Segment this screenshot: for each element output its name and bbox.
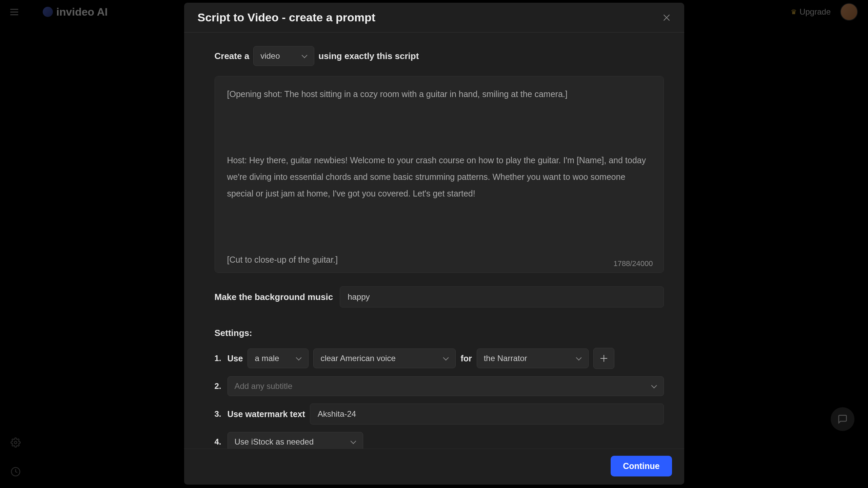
setting-number-4: 4. [215,437,223,447]
script-textarea-wrapper: 1788/24000 [215,76,664,274]
chevron-down-icon [651,383,657,389]
using-exactly-label: using exactly this script [318,51,419,61]
chevron-down-icon [302,53,307,59]
subtitle-placeholder: Add any subtitle [235,381,293,391]
istock-value: Use iStock as needed [235,437,314,447]
chevron-down-icon [351,439,356,445]
modal-header: Script to Video - create a prompt [184,3,684,33]
script-to-video-modal: Script to Video - create a prompt Create… [184,3,684,485]
narrator-select[interactable]: the Narrator [477,349,589,368]
subtitle-select[interactable]: Add any subtitle [228,376,664,396]
modal-footer: Continue [184,449,684,485]
char-count: 1788/24000 [613,259,653,268]
voice-accent-value: clear American voice [320,354,395,363]
setting-row-4: 4. Use iStock as needed [215,432,664,449]
narrator-value: the Narrator [484,354,527,363]
chevron-down-icon [296,356,301,361]
setting-row-3: 3. Use watermark text [215,403,664,425]
chevron-down-icon [443,356,449,361]
modal-body: Create a video using exactly this script… [184,33,684,449]
video-type-value: video [260,51,280,61]
voice-gender-select[interactable]: a male [248,349,309,368]
setting-row-1: 1. Use a male clear American voice for t… [215,348,664,369]
voice-gender-value: a male [255,354,279,363]
modal-overlay: Script to Video - create a prompt Create… [0,0,868,488]
add-voice-button[interactable] [593,348,614,369]
voice-accent-select[interactable]: clear American voice [313,349,456,368]
watermark-input[interactable] [310,403,664,425]
music-row: Make the background music [215,286,664,307]
script-textarea[interactable] [215,76,664,273]
istock-select[interactable]: Use iStock as needed [228,432,363,449]
setting-number-2: 2. [215,381,223,391]
modal-title: Script to Video - create a prompt [198,11,376,24]
music-input[interactable] [340,286,664,307]
for-label: for [460,354,472,363]
setting-number-1: 1. [215,354,223,363]
setting-number-3: 3. [215,409,223,419]
continue-button[interactable]: Continue [611,456,672,476]
create-a-row: Create a video using exactly this script [215,46,664,66]
close-icon[interactable] [663,14,671,22]
chevron-down-icon [576,356,581,361]
setting-row-2: 2. Add any subtitle [215,376,664,396]
video-type-select[interactable]: video [253,46,314,66]
music-label: Make the background music [215,292,333,302]
use-label: Use [228,354,243,363]
settings-heading: Settings: [215,328,664,338]
create-a-label: Create a [215,51,250,61]
watermark-label: Use watermark text [228,409,305,419]
